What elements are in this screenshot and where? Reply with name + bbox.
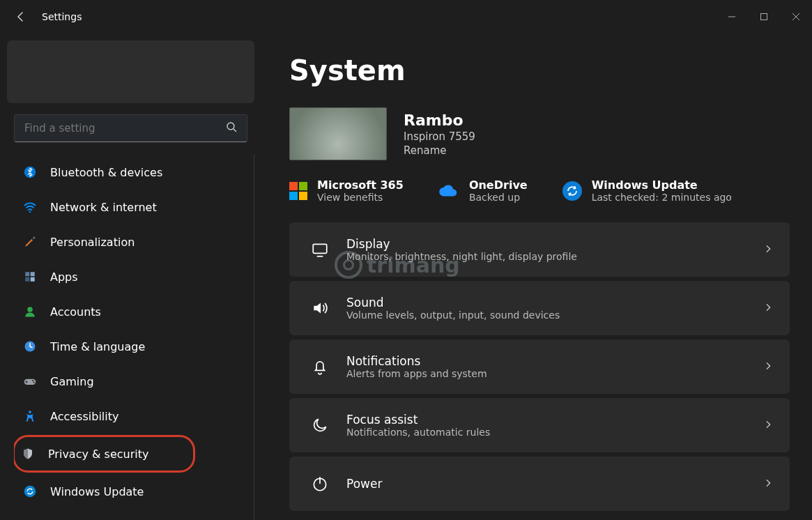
sound-icon — [306, 299, 334, 317]
svg-rect-19 — [313, 244, 327, 253]
chevron-right-icon — [763, 477, 773, 491]
wifi-icon — [22, 199, 38, 215]
sidebar-item-accessibility[interactable]: Accessibility — [14, 399, 251, 434]
title-bar: Settings — [0, 0, 812, 33]
moon-icon — [306, 416, 334, 434]
close-button[interactable] — [780, 6, 812, 28]
sidebar: Bluetooth & devicesNetwork & internetPer… — [0, 33, 261, 520]
window-controls — [716, 6, 812, 28]
setting-sub: Volume levels, output, input, sound devi… — [346, 309, 560, 321]
setting-card-power[interactable]: Power — [289, 457, 790, 511]
status-chip-title: Microsoft 365 — [317, 178, 404, 192]
svg-rect-11 — [31, 277, 35, 282]
sidebar-item-network-internet[interactable]: Network & internet — [14, 190, 251, 224]
chevron-right-icon — [763, 302, 773, 315]
maximize-button[interactable] — [748, 6, 780, 28]
main-content: System Rambo Inspiron 7559 Rename Micros… — [261, 33, 812, 520]
sidebar-item-gaming[interactable]: Gaming — [14, 364, 251, 399]
setting-card-notifications[interactable]: NotificationsAlerts from apps and system — [289, 339, 790, 394]
svg-rect-10 — [25, 277, 29, 282]
sidebar-item-label: Network & internet — [50, 201, 157, 214]
person-icon — [22, 304, 38, 319]
setting-title: Focus assist — [346, 413, 490, 427]
setting-title: Power — [346, 477, 382, 491]
apps-icon — [22, 269, 38, 284]
device-summary: Rambo Inspiron 7559 Rename — [289, 107, 790, 160]
device-thumbnail[interactable] — [289, 107, 387, 160]
status-chip-title: OneDrive — [469, 178, 528, 192]
setting-card-display[interactable]: DisplayMonitors, brightness, night light… — [289, 222, 790, 277]
sidebar-item-label: Privacy & security — [48, 448, 148, 461]
status-chip-title: Windows Update — [592, 178, 732, 192]
status-row: Microsoft 365View benefitsOneDriveBacked… — [289, 178, 790, 203]
windows-update-icon — [22, 484, 38, 499]
sidebar-item-label: Accounts — [50, 305, 101, 319]
sidebar-item-bluetooth-devices[interactable]: Bluetooth & devices — [14, 155, 251, 190]
device-model: Inspiron 7559 — [404, 130, 475, 143]
svg-rect-9 — [31, 272, 35, 276]
setting-card-sound[interactable]: SoundVolume levels, output, input, sound… — [289, 281, 790, 335]
sidebar-item-label: Time & language — [50, 340, 145, 353]
sidebar-item-accounts[interactable]: Accounts — [14, 294, 251, 329]
rename-link[interactable]: Rename — [404, 144, 475, 157]
svg-line-5 — [233, 129, 236, 132]
status-chip-sub: Backed up — [469, 192, 528, 203]
chevron-right-icon — [763, 360, 773, 374]
status-chip-sub: View benefits — [317, 192, 404, 203]
status-chip-onedrive[interactable]: OneDriveBacked up — [438, 178, 528, 203]
status-chip-windows-update[interactable]: Windows UpdateLast checked: 2 minutes ag… — [562, 178, 732, 203]
user-card[interactable] — [7, 40, 254, 103]
chevron-right-icon — [763, 419, 773, 432]
display-icon — [306, 240, 334, 259]
page-title: System — [289, 54, 790, 86]
search-icon — [226, 121, 237, 135]
settings-list: DisplayMonitors, brightness, night light… — [289, 222, 790, 511]
sidebar-item-windows-update[interactable]: Windows Update — [14, 474, 251, 509]
clock-icon — [22, 339, 38, 354]
status-chip-sub: Last checked: 2 minutes ago — [592, 192, 732, 203]
setting-title: Display — [346, 237, 577, 251]
sidebar-item-label: Personalization — [50, 236, 135, 249]
back-button[interactable] — [14, 10, 28, 24]
svg-point-16 — [33, 382, 35, 383]
sidebar-item-time-language[interactable]: Time & language — [14, 329, 251, 364]
sidebar-item-label: Bluetooth & devices — [50, 166, 162, 179]
brush-icon — [22, 234, 38, 250]
device-name: Rambo — [404, 112, 475, 129]
sidebar-item-privacy-security[interactable]: Privacy & security — [14, 435, 195, 473]
svg-point-4 — [227, 123, 234, 130]
sync-icon — [562, 181, 582, 201]
setting-title: Sound — [346, 296, 560, 309]
sidebar-item-personalization[interactable]: Personalization — [14, 224, 251, 259]
cloud-icon — [438, 181, 459, 201]
gamepad-icon — [22, 374, 38, 389]
setting-card-focus-assist[interactable]: Focus assistNotifications, automatic rul… — [289, 398, 790, 452]
sidebar-item-label: Gaming — [50, 375, 94, 388]
power-icon — [306, 475, 334, 493]
svg-point-12 — [27, 307, 33, 312]
sidebar-item-label: Windows Update — [50, 485, 144, 498]
svg-point-17 — [29, 411, 31, 413]
shield-icon — [20, 446, 36, 461]
sidebar-item-label: Accessibility — [50, 410, 118, 423]
svg-rect-1 — [761, 14, 767, 20]
sidebar-item-apps[interactable]: Apps — [14, 259, 251, 294]
svg-rect-8 — [25, 272, 29, 276]
svg-point-7 — [29, 211, 31, 213]
bluetooth-icon — [22, 165, 38, 180]
svg-point-15 — [32, 380, 33, 381]
search-box[interactable] — [14, 114, 247, 142]
status-chip-microsoft-[interactable]: Microsoft 365View benefits — [289, 178, 404, 203]
setting-sub: Alerts from apps and system — [346, 368, 487, 379]
minimize-button[interactable] — [716, 6, 748, 28]
setting-title: Notifications — [346, 354, 487, 368]
chevron-right-icon — [763, 243, 773, 257]
search-input[interactable] — [24, 122, 237, 135]
sidebar-item-label: Apps — [50, 270, 78, 284]
svg-point-18 — [24, 486, 36, 498]
app-title: Settings — [42, 11, 82, 22]
bell-icon — [306, 358, 334, 376]
setting-sub: Monitors, brightness, night light, displ… — [346, 251, 577, 262]
setting-sub: Notifications, automatic rules — [346, 427, 490, 438]
microsoft-365-icon — [289, 182, 307, 200]
